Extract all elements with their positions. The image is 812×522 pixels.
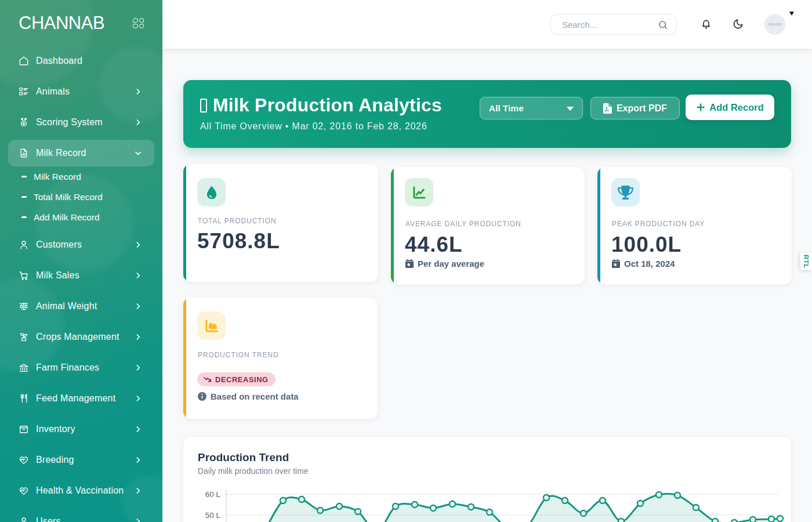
svg-text:60 L: 60 L [205,490,221,499]
svg-text:50 L: 50 L [205,511,221,520]
